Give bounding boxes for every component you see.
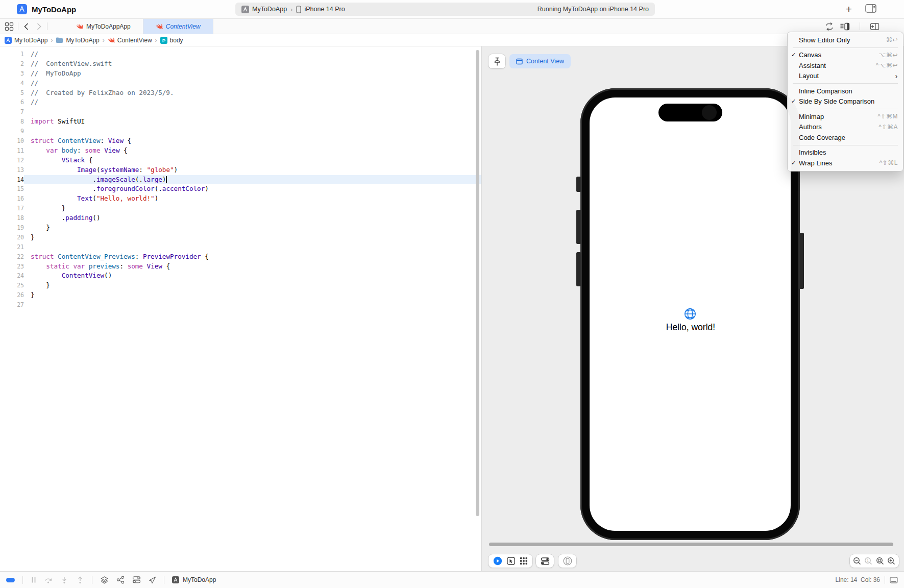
menu-item-authors[interactable]: Authors^⇧⌘A (788, 122, 903, 133)
code-line[interactable]: 20} (0, 233, 481, 242)
breadcrumb-label: MyToDoApp (66, 37, 99, 44)
menu-item-inline-comparison[interactable]: Inline Comparison (788, 86, 903, 96)
memory-graph-icon[interactable] (116, 576, 125, 584)
pin-icon (493, 57, 501, 66)
breadcrumb-group[interactable]: MyToDoApp (56, 37, 99, 44)
tab-mytodoappapp[interactable]: MyToDoAppApp (64, 19, 143, 34)
running-app-label[interactable]: MyToDoApp (183, 576, 216, 583)
code-line[interactable]: 10struct ContentView: View { (0, 136, 481, 146)
code-line[interactable]: 6// (0, 97, 481, 107)
breadcrumb-chevron: › (51, 37, 53, 44)
code-line[interactable]: 17 } (0, 204, 481, 213)
menu-item-label: Layout (799, 72, 895, 80)
menu-shortcut: ⌥⌘↩ (879, 52, 898, 59)
breadcrumb-symbol[interactable]: P body (160, 37, 183, 44)
selectable-mode-button[interactable] (507, 557, 515, 565)
library-add-button[interactable]: + (842, 3, 856, 16)
scheme-target[interactable]: MyToDoApp (252, 6, 287, 13)
simulate-location-icon[interactable] (149, 576, 156, 584)
code-text (24, 127, 481, 136)
code-text (24, 300, 481, 310)
code-line[interactable]: 5// Created by FelixZhao on 2023/5/9. (0, 88, 481, 98)
code-line[interactable]: 19 } (0, 223, 481, 233)
menu-item-wrap-lines[interactable]: ✓Wrap Lines^⇧⌘L (788, 158, 903, 168)
line-number: 4 (0, 79, 24, 88)
menu-item-show-editor-only[interactable]: Show Editor Only⌘↩ (788, 35, 903, 45)
code-line[interactable]: 27 (0, 300, 481, 310)
scheme-selector[interactable]: MyToDoApp › iPhone 14 Pro Running MyToDo… (235, 3, 655, 16)
view-hierarchy-icon[interactable] (100, 576, 109, 584)
code-line[interactable]: 11 var body: some View { (0, 146, 481, 156)
editor-bottom-bar-toggle-icon[interactable] (890, 577, 898, 583)
step-into-icon[interactable] (60, 576, 68, 584)
code-line[interactable]: 9 (0, 127, 481, 136)
swap-editors-icon[interactable] (825, 22, 834, 31)
code-line[interactable]: 23 static var previews: some View { (0, 262, 481, 272)
zoom-out-button[interactable] (853, 557, 862, 566)
line-number: 26 (0, 290, 24, 300)
breadcrumb-file[interactable]: ContentView (108, 37, 152, 44)
menu-item-minimap[interactable]: Minimap^⇧⌘M (788, 111, 903, 122)
code-line[interactable]: 21 (0, 242, 481, 252)
code-text: } (24, 223, 481, 233)
menu-item-layout[interactable]: Layout› (788, 71, 903, 82)
code-line[interactable]: 2// ContentView.swift (0, 59, 481, 69)
step-over-icon[interactable] (44, 576, 53, 584)
code-line[interactable]: 22struct ContentView_Previews: PreviewPr… (0, 252, 481, 262)
zoom-in-button[interactable] (887, 557, 896, 566)
code-line[interactable]: 1// (0, 50, 481, 59)
canvas-horizontal-scrollbar[interactable] (489, 543, 893, 546)
menu-shortcut: ^⇧⌘A (878, 124, 898, 131)
run-destination[interactable]: iPhone 14 Pro (304, 6, 345, 13)
menu-item-assistant[interactable]: Assistant^⌥⌘↩ (788, 60, 903, 71)
zoom-fit-button[interactable] (876, 557, 885, 566)
editor-canvas-split: 1//2// ContentView.swift3// MyToDoApp4//… (0, 46, 904, 571)
code-line[interactable]: 3// MyToDoApp (0, 69, 481, 79)
breakpoints-toggle-icon[interactable] (6, 578, 15, 582)
code-line[interactable]: 24 ContentView() (0, 271, 481, 281)
code-text: } (24, 233, 481, 242)
device-icon (563, 556, 572, 566)
inspector-panel-toggle[interactable] (865, 4, 876, 13)
code-line[interactable]: 16 Text("Hello, world!") (0, 194, 481, 204)
forward-chevron-icon[interactable] (35, 22, 43, 31)
environment-overrides-icon[interactable] (132, 576, 141, 584)
live-preview-button[interactable] (493, 556, 502, 566)
zoom-100-button[interactable]: 1 (864, 557, 873, 566)
code-line[interactable]: 8import SwiftUI (0, 117, 481, 127)
code-line[interactable]: 18 .padding() (0, 213, 481, 223)
code-line[interactable]: 25 } (0, 281, 481, 290)
device-bezels-button[interactable] (558, 554, 576, 568)
submenu-chevron-icon: › (895, 72, 898, 80)
code-line[interactable]: 13 Image(systemName: "globe") (0, 165, 481, 175)
code-line[interactable]: 26} (0, 290, 481, 300)
source-editor[interactable]: 1//2// ContentView.swift3// MyToDoApp4//… (0, 46, 481, 571)
add-editor-icon[interactable] (870, 22, 879, 31)
code-text: .padding() (24, 213, 481, 223)
variants-mode-button[interactable] (520, 557, 528, 565)
editor-options-icon[interactable] (840, 22, 850, 31)
breadcrumb-project[interactable]: MyToDoApp (5, 37, 47, 44)
code-line[interactable]: 14 .imageScale(.large) (0, 175, 481, 185)
code-line[interactable]: 7 (0, 107, 481, 117)
code-text: // Created by FelixZhao on 2023/5/9. (24, 88, 481, 98)
menu-item-side-by-side-comparison[interactable]: ✓Side By Side Comparison (788, 96, 903, 107)
device-settings-button[interactable] (536, 554, 554, 568)
related-items-icon[interactable] (5, 22, 14, 31)
tab-contentview[interactable]: ContentView (143, 19, 213, 34)
step-out-icon[interactable] (76, 576, 84, 584)
line-number: 25 (0, 281, 24, 290)
code-line[interactable]: 15 .foregroundColor(.accentColor) (0, 184, 481, 194)
menu-item-invisibles[interactable]: Invisibles (788, 148, 903, 158)
preview-device-chip[interactable]: Content View (509, 54, 571, 68)
menu-item-code-coverage[interactable]: Code Coverage (788, 132, 903, 143)
swift-icon (108, 37, 115, 44)
back-chevron-icon[interactable] (22, 22, 30, 31)
menu-item-canvas[interactable]: ✓Canvas⌥⌘↩ (788, 50, 903, 61)
code-line[interactable]: 12 VStack { (0, 156, 481, 165)
code-line[interactable]: 4// (0, 79, 481, 88)
code-text: .imageScale(.large) (24, 175, 481, 185)
pin-preview-button[interactable] (488, 54, 505, 68)
pause-icon[interactable] (31, 576, 37, 583)
editor-vertical-scrollbar[interactable] (476, 50, 479, 516)
